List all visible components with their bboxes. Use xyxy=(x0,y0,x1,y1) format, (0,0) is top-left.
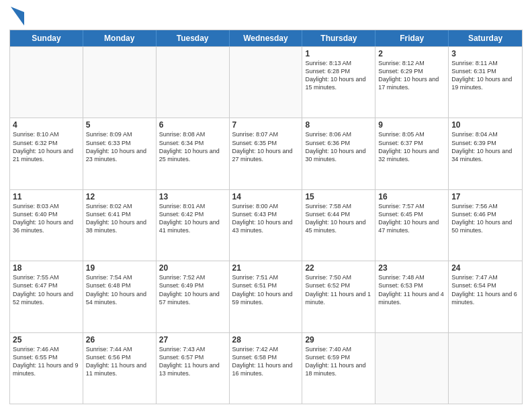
day-info: Sunrise: 8:13 AM Sunset: 6:28 PM Dayligh… xyxy=(305,59,372,92)
day-number: 18 xyxy=(13,263,80,273)
day-info: Sunrise: 7:50 AM Sunset: 6:52 PM Dayligh… xyxy=(305,273,372,306)
day-number: 24 xyxy=(451,263,519,273)
calendar-cell xyxy=(230,47,303,118)
day-info: Sunrise: 7:47 AM Sunset: 6:54 PM Dayligh… xyxy=(451,273,519,306)
calendar-cell: 28Sunrise: 7:42 AM Sunset: 6:58 PM Dayli… xyxy=(230,333,303,404)
day-number: 5 xyxy=(86,120,153,130)
day-number: 9 xyxy=(378,120,445,130)
calendar-row: 1Sunrise: 8:13 AM Sunset: 6:28 PM Daylig… xyxy=(10,46,522,118)
day-number: 20 xyxy=(159,263,226,273)
day-info: Sunrise: 7:48 AM Sunset: 6:53 PM Dayligh… xyxy=(378,273,445,306)
calendar-header-cell: Wednesday xyxy=(230,30,303,46)
day-info: Sunrise: 8:01 AM Sunset: 6:42 PM Dayligh… xyxy=(159,202,226,235)
day-info: Sunrise: 8:00 AM Sunset: 6:43 PM Dayligh… xyxy=(232,202,300,235)
day-info: Sunrise: 7:55 AM Sunset: 6:47 PM Dayligh… xyxy=(13,273,80,306)
calendar-cell: 24Sunrise: 7:47 AM Sunset: 6:54 PM Dayli… xyxy=(449,261,522,332)
day-info: Sunrise: 8:11 AM Sunset: 6:31 PM Dayligh… xyxy=(451,59,519,92)
calendar-header-cell: Tuesday xyxy=(157,30,230,46)
day-info: Sunrise: 8:06 AM Sunset: 6:36 PM Dayligh… xyxy=(305,130,372,163)
day-info: Sunrise: 8:02 AM Sunset: 6:41 PM Dayligh… xyxy=(86,202,153,235)
day-number: 27 xyxy=(159,335,226,345)
calendar-header-cell: Monday xyxy=(83,30,157,46)
page: SundayMondayTuesdayWednesdayThursdayFrid… xyxy=(0,0,532,411)
calendar-cell xyxy=(83,47,157,118)
calendar-cell: 26Sunrise: 7:44 AM Sunset: 6:56 PM Dayli… xyxy=(83,333,157,404)
calendar-cell: 20Sunrise: 7:52 AM Sunset: 6:49 PM Dayli… xyxy=(157,261,230,332)
calendar-cell xyxy=(157,47,230,118)
calendar-cell: 9Sunrise: 8:05 AM Sunset: 6:37 PM Daylig… xyxy=(375,118,449,189)
day-number: 28 xyxy=(232,335,300,345)
day-number: 17 xyxy=(451,192,519,201)
day-number: 22 xyxy=(305,263,372,273)
day-info: Sunrise: 7:51 AM Sunset: 6:51 PM Dayligh… xyxy=(232,273,300,306)
calendar-cell: 13Sunrise: 8:01 AM Sunset: 6:42 PM Dayli… xyxy=(157,190,230,261)
calendar-cell: 3Sunrise: 8:11 AM Sunset: 6:31 PM Daylig… xyxy=(449,47,522,118)
calendar-cell: 19Sunrise: 7:54 AM Sunset: 6:48 PM Dayli… xyxy=(83,261,157,332)
calendar-row: 4Sunrise: 8:10 AM Sunset: 6:32 PM Daylig… xyxy=(10,118,522,189)
day-number: 4 xyxy=(13,120,80,130)
calendar-header-cell: Sunday xyxy=(10,30,83,46)
calendar-header-cell: Friday xyxy=(375,30,449,46)
calendar-cell: 8Sunrise: 8:06 AM Sunset: 6:36 PM Daylig… xyxy=(302,118,375,189)
calendar-cell: 14Sunrise: 8:00 AM Sunset: 6:43 PM Dayli… xyxy=(230,190,303,261)
calendar-cell: 2Sunrise: 8:12 AM Sunset: 6:29 PM Daylig… xyxy=(375,47,449,118)
calendar-cell: 15Sunrise: 7:58 AM Sunset: 6:44 PM Dayli… xyxy=(302,190,375,261)
calendar-header-cell: Saturday xyxy=(449,30,522,46)
logo-icon xyxy=(11,7,24,26)
calendar-cell: 5Sunrise: 8:09 AM Sunset: 6:33 PM Daylig… xyxy=(83,118,157,189)
day-info: Sunrise: 8:04 AM Sunset: 6:39 PM Dayligh… xyxy=(451,130,519,163)
calendar-row: 18Sunrise: 7:55 AM Sunset: 6:47 PM Dayli… xyxy=(10,261,522,332)
day-number: 7 xyxy=(232,120,300,130)
calendar-cell: 11Sunrise: 8:03 AM Sunset: 6:40 PM Dayli… xyxy=(10,190,83,261)
day-info: Sunrise: 8:07 AM Sunset: 6:35 PM Dayligh… xyxy=(232,130,300,163)
day-info: Sunrise: 7:54 AM Sunset: 6:48 PM Dayligh… xyxy=(86,273,153,306)
calendar-row: 11Sunrise: 8:03 AM Sunset: 6:40 PM Dayli… xyxy=(10,189,522,261)
day-number: 8 xyxy=(305,120,372,130)
calendar: SundayMondayTuesdayWednesdayThursdayFrid… xyxy=(9,30,523,404)
day-number: 2 xyxy=(378,49,445,58)
calendar-cell: 10Sunrise: 8:04 AM Sunset: 6:39 PM Dayli… xyxy=(449,118,522,189)
day-info: Sunrise: 7:44 AM Sunset: 6:56 PM Dayligh… xyxy=(86,345,153,378)
logo xyxy=(9,9,24,26)
day-number: 16 xyxy=(378,192,445,201)
day-number: 19 xyxy=(86,263,153,273)
day-number: 25 xyxy=(13,335,80,345)
day-info: Sunrise: 7:43 AM Sunset: 6:57 PM Dayligh… xyxy=(159,345,226,378)
day-number: 21 xyxy=(232,263,300,273)
day-number: 3 xyxy=(451,49,519,58)
calendar-cell xyxy=(449,333,522,404)
calendar-cell xyxy=(10,47,83,118)
calendar-cell: 21Sunrise: 7:51 AM Sunset: 6:51 PM Dayli… xyxy=(230,261,303,332)
day-info: Sunrise: 8:12 AM Sunset: 6:29 PM Dayligh… xyxy=(378,59,445,92)
day-number: 14 xyxy=(232,192,300,201)
calendar-cell: 4Sunrise: 8:10 AM Sunset: 6:32 PM Daylig… xyxy=(10,118,83,189)
calendar-cell: 7Sunrise: 8:07 AM Sunset: 6:35 PM Daylig… xyxy=(230,118,303,189)
day-number: 29 xyxy=(305,335,372,345)
day-info: Sunrise: 7:46 AM Sunset: 6:55 PM Dayligh… xyxy=(13,345,80,378)
calendar-header-row: SundayMondayTuesdayWednesdayThursdayFrid… xyxy=(10,30,522,46)
day-info: Sunrise: 8:05 AM Sunset: 6:37 PM Dayligh… xyxy=(378,130,445,163)
day-info: Sunrise: 7:52 AM Sunset: 6:49 PM Dayligh… xyxy=(159,273,226,306)
calendar-body: 1Sunrise: 8:13 AM Sunset: 6:28 PM Daylig… xyxy=(10,46,522,404)
day-number: 12 xyxy=(86,192,153,201)
calendar-cell: 17Sunrise: 7:56 AM Sunset: 6:46 PM Dayli… xyxy=(449,190,522,261)
day-info: Sunrise: 8:03 AM Sunset: 6:40 PM Dayligh… xyxy=(13,202,80,235)
calendar-row: 25Sunrise: 7:46 AM Sunset: 6:55 PM Dayli… xyxy=(10,332,522,404)
calendar-cell: 22Sunrise: 7:50 AM Sunset: 6:52 PM Dayli… xyxy=(302,261,375,332)
calendar-cell: 23Sunrise: 7:48 AM Sunset: 6:53 PM Dayli… xyxy=(375,261,449,332)
calendar-cell: 16Sunrise: 7:57 AM Sunset: 6:45 PM Dayli… xyxy=(375,190,449,261)
calendar-cell: 29Sunrise: 7:40 AM Sunset: 6:59 PM Dayli… xyxy=(302,333,375,404)
day-number: 1 xyxy=(305,49,372,58)
calendar-header-cell: Thursday xyxy=(302,30,375,46)
day-number: 11 xyxy=(13,192,80,201)
day-info: Sunrise: 7:40 AM Sunset: 6:59 PM Dayligh… xyxy=(305,345,372,378)
day-info: Sunrise: 8:10 AM Sunset: 6:32 PM Dayligh… xyxy=(13,130,80,163)
calendar-cell: 12Sunrise: 8:02 AM Sunset: 6:41 PM Dayli… xyxy=(83,190,157,261)
day-info: Sunrise: 7:58 AM Sunset: 6:44 PM Dayligh… xyxy=(305,202,372,235)
day-number: 10 xyxy=(451,120,519,130)
day-number: 23 xyxy=(378,263,445,273)
calendar-cell: 27Sunrise: 7:43 AM Sunset: 6:57 PM Dayli… xyxy=(157,333,230,404)
day-info: Sunrise: 7:57 AM Sunset: 6:45 PM Dayligh… xyxy=(378,202,445,235)
day-info: Sunrise: 7:56 AM Sunset: 6:46 PM Dayligh… xyxy=(451,202,519,235)
header xyxy=(9,7,523,26)
